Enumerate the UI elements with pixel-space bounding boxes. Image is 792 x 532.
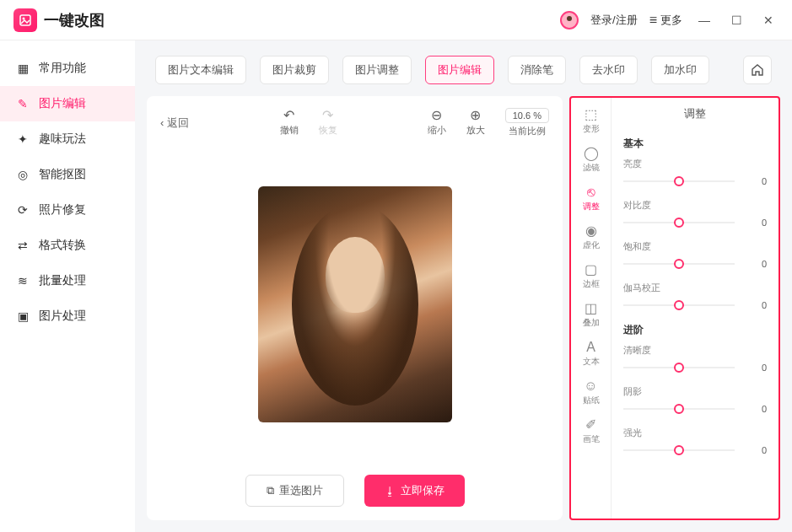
slider-gamma: 伽马校正 0 (623, 282, 767, 311)
tool-text[interactable]: A文本 (571, 336, 611, 373)
save-button[interactable]: ⭳ 立即保存 (364, 475, 465, 507)
slider-clarity: 清晰度 0 (623, 344, 767, 373)
zoom-ratio: 10.6 % 当前比例 (505, 108, 549, 137)
sidebar-item-label: 智能抠图 (39, 167, 86, 182)
tool-overlay[interactable]: ◫叠加 (571, 297, 611, 334)
overlay-icon: ◫ (585, 302, 597, 315)
zoom-value: 10.6 % (505, 108, 549, 123)
tab-rm-watermark[interactable]: 去水印 (579, 56, 638, 84)
slider-track[interactable] (623, 403, 735, 415)
more-label: 更多 (660, 13, 682, 28)
sparkle-icon: ✦ (15, 132, 30, 147)
maximize-button[interactable]: ☐ (726, 10, 746, 30)
back-label: 返回 (167, 116, 189, 131)
canvas-actions: ⧉ 重选图片 ⭳ 立即保存 (160, 465, 549, 507)
group-advanced-title: 进阶 (623, 323, 767, 337)
avatar[interactable] (560, 11, 579, 30)
tool-blur[interactable]: ◉虚化 (571, 219, 611, 256)
main-area: 图片文本编辑 图片裁剪 图片调整 图片编辑 消除笔 去水印 加水印 ‹ 返回 (135, 40, 792, 532)
undo-icon: ↶ (283, 109, 294, 122)
slider-knob[interactable] (674, 404, 684, 414)
zoom-out-button[interactable]: ⊖ 缩小 (428, 109, 446, 137)
back-button[interactable]: ‹ 返回 (160, 116, 189, 131)
adjust-panel: 调整 基本 亮度 0 对比度 0 饱和度 0 伽马校正 (612, 98, 779, 519)
adjust-icon: ⎋ (587, 185, 595, 199)
sidebar-item-cutout[interactable]: ◎ 智能抠图 (0, 157, 135, 192)
convert-icon: ⇄ (15, 238, 30, 253)
tab-crop[interactable]: 图片裁剪 (260, 56, 329, 84)
sidebar-item-label: 图片编辑 (39, 96, 86, 111)
reselect-button[interactable]: ⧉ 重选图片 (245, 475, 344, 507)
slider-contrast: 对比度 0 (623, 199, 767, 228)
slider-knob[interactable] (674, 218, 684, 228)
slider-track[interactable] (623, 444, 735, 456)
sidebar-item-common[interactable]: ▦ 常用功能 (0, 51, 135, 86)
image-icon: ▣ (15, 309, 30, 324)
tab-erase[interactable]: 消除笔 (508, 56, 566, 84)
slider-track[interactable] (623, 175, 735, 187)
login-link[interactable]: 登录/注册 (590, 13, 638, 28)
slider-knob[interactable] (674, 300, 684, 310)
tool-adjust[interactable]: ⎋调整 (571, 180, 611, 218)
tab-text-edit[interactable]: 图片文本编辑 (155, 56, 246, 84)
tool-transform[interactable]: ⬚变形 (571, 103, 611, 140)
sidebar-item-label: 趣味玩法 (39, 132, 86, 147)
tool-filter[interactable]: ◯滤镜 (571, 142, 611, 179)
minimize-button[interactable]: — (694, 10, 714, 30)
sidebar-item-label: 格式转换 (39, 238, 86, 253)
slider-knob[interactable] (674, 176, 684, 186)
transform-icon: ⬚ (585, 108, 597, 121)
sidebar-item-convert[interactable]: ⇄ 格式转换 (0, 228, 135, 263)
sidebar-item-label: 照片修复 (39, 202, 86, 218)
slider-shadow: 阴影 0 (623, 385, 767, 415)
sidebar-item-batch[interactable]: ≋ 批量处理 (0, 263, 135, 298)
slider-knob[interactable] (674, 445, 684, 455)
slider-track[interactable] (623, 258, 735, 270)
close-button[interactable]: ✕ (758, 10, 779, 30)
sidebar-item-edit[interactable]: ✎ 图片编辑 (0, 86, 135, 121)
tab-add-watermark[interactable]: 加水印 (651, 56, 709, 84)
slider-knob[interactable] (674, 259, 684, 269)
repair-icon: ⟳ (15, 202, 30, 218)
slider-track[interactable] (623, 299, 735, 311)
redo-button[interactable]: ↷ 恢复 (319, 109, 337, 137)
adjust-title: 调整 (623, 106, 767, 130)
tool-sticker[interactable]: ☺贴纸 (571, 374, 611, 411)
sidebar-item-label: 批量处理 (39, 273, 86, 288)
photo-preview[interactable] (258, 186, 452, 422)
sidebar-item-process[interactable]: ▣ 图片处理 (0, 298, 135, 334)
undo-button[interactable]: ↶ 撤销 (280, 109, 299, 137)
zoom-in-button[interactable]: ⊕ 放大 (466, 109, 485, 137)
slider-highlight: 强光 0 (623, 427, 767, 456)
canvas-area (160, 144, 549, 465)
grid-icon: ▦ (15, 61, 30, 76)
tool-border[interactable]: ▢边框 (571, 258, 611, 295)
zoom-out-icon: ⊖ (431, 109, 442, 122)
image-swap-icon: ⧉ (267, 484, 274, 497)
tab-adjust[interactable]: 图片调整 (342, 56, 412, 84)
blur-icon: ◉ (585, 224, 597, 238)
tab-edit[interactable]: 图片编辑 (425, 56, 494, 84)
group-basic-title: 基本 (623, 137, 767, 151)
slider-track[interactable] (623, 362, 735, 373)
sidebar-item-fun[interactable]: ✦ 趣味玩法 (0, 121, 135, 157)
sidebar-item-repair[interactable]: ⟳ 照片修复 (0, 192, 135, 228)
sidebar: ▦ 常用功能 ✎ 图片编辑 ✦ 趣味玩法 ◎ 智能抠图 ⟳ 照片修复 ⇄ 格式转… (0, 40, 135, 532)
stack-icon: ≋ (15, 273, 30, 288)
right-panel: ⬚变形 ◯滤镜 ⎋调整 ◉虚化 ▢边框 ◫叠加 A文本 ☺贴纸 ✐画笔 调整 基… (569, 96, 780, 520)
sidebar-item-label: 图片处理 (39, 309, 86, 324)
tool-brush[interactable]: ✐画笔 (571, 413, 611, 450)
slider-track[interactable] (623, 217, 735, 228)
sticker-icon: ☺ (584, 379, 597, 393)
sidebar-item-label: 常用功能 (39, 61, 86, 76)
slider-knob[interactable] (674, 363, 684, 373)
border-icon: ▢ (585, 263, 597, 277)
more-button[interactable]: ≡ 更多 (649, 13, 682, 28)
slider-saturation: 饱和度 0 (623, 240, 767, 270)
filter-icon: ◯ (584, 147, 599, 160)
brush-icon: ✐ (585, 418, 596, 432)
text-icon: A (586, 341, 595, 354)
edit-icon: ✎ (15, 96, 30, 111)
download-icon: ⭳ (385, 485, 396, 497)
home-button[interactable] (743, 56, 772, 84)
